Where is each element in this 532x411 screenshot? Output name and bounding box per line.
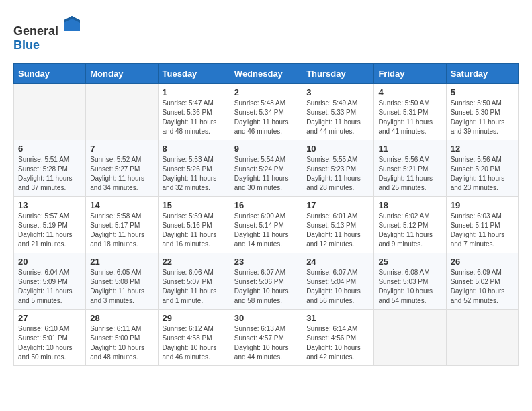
logo-blue: Blue [13, 38, 40, 52]
day-info: Sunrise: 6:14 AM Sunset: 4:56 PM Dayligh… [306, 324, 369, 362]
day-info: Sunrise: 5:50 AM Sunset: 5:31 PM Dayligh… [378, 99, 441, 136]
day-info: Sunrise: 6:01 AM Sunset: 5:13 PM Dayligh… [306, 212, 369, 249]
calendar-cell: 30Sunrise: 6:13 AM Sunset: 4:57 PM Dayli… [230, 310, 302, 366]
day-info: Sunrise: 5:47 AM Sunset: 5:36 PM Dayligh… [163, 99, 226, 136]
weekday-friday: Friday [374, 64, 446, 84]
calendar-cell: 7Sunrise: 5:52 AM Sunset: 5:27 PM Daylig… [86, 140, 158, 197]
calendar-cell: 26Sunrise: 6:09 AM Sunset: 5:02 PM Dayli… [446, 253, 518, 310]
day-number: 4 [378, 87, 441, 97]
logo-icon [61, 13, 83, 35]
day-info: Sunrise: 6:00 AM Sunset: 5:14 PM Dayligh… [234, 212, 298, 249]
day-info: Sunrise: 6:07 AM Sunset: 5:06 PM Dayligh… [234, 268, 298, 306]
day-number: 17 [306, 200, 369, 210]
calendar-cell: 20Sunrise: 6:04 AM Sunset: 5:09 PM Dayli… [14, 253, 86, 310]
calendar-cell: 15Sunrise: 5:59 AM Sunset: 5:16 PM Dayli… [158, 197, 230, 253]
day-info: Sunrise: 5:56 AM Sunset: 5:21 PM Dayligh… [378, 155, 441, 193]
day-number: 29 [163, 313, 226, 323]
calendar-cell [446, 310, 518, 366]
weekday-thursday: Thursday [302, 64, 374, 84]
day-info: Sunrise: 6:04 AM Sunset: 5:09 PM Dayligh… [18, 268, 81, 306]
day-info: Sunrise: 6:12 AM Sunset: 4:58 PM Dayligh… [163, 324, 226, 362]
day-number: 10 [306, 144, 369, 154]
day-number: 27 [18, 313, 81, 323]
weekday-sunday: Sunday [14, 64, 86, 84]
weekday-saturday: Saturday [446, 64, 518, 84]
day-number: 30 [234, 313, 298, 323]
calendar-cell: 6Sunrise: 5:51 AM Sunset: 5:28 PM Daylig… [14, 140, 86, 197]
day-info: Sunrise: 6:10 AM Sunset: 5:01 PM Dayligh… [18, 324, 81, 362]
calendar-cell [86, 84, 158, 140]
day-info: Sunrise: 6:07 AM Sunset: 5:04 PM Dayligh… [306, 268, 369, 306]
week-row-2: 6Sunrise: 5:51 AM Sunset: 5:28 PM Daylig… [14, 140, 519, 197]
day-info: Sunrise: 6:13 AM Sunset: 4:57 PM Dayligh… [234, 324, 298, 362]
day-info: Sunrise: 6:02 AM Sunset: 5:12 PM Dayligh… [378, 212, 441, 249]
calendar-cell: 16Sunrise: 6:00 AM Sunset: 5:14 PM Dayli… [230, 197, 302, 253]
calendar-cell: 28Sunrise: 6:11 AM Sunset: 5:00 PM Dayli… [86, 310, 158, 366]
day-number: 2 [234, 87, 298, 97]
calendar-cell: 5Sunrise: 5:50 AM Sunset: 5:30 PM Daylig… [446, 84, 518, 140]
day-info: Sunrise: 5:50 AM Sunset: 5:30 PM Dayligh… [451, 99, 514, 136]
day-info: Sunrise: 6:05 AM Sunset: 5:08 PM Dayligh… [90, 268, 153, 306]
day-info: Sunrise: 5:54 AM Sunset: 5:24 PM Dayligh… [234, 155, 298, 193]
calendar-cell: 18Sunrise: 6:02 AM Sunset: 5:12 PM Dayli… [374, 197, 446, 253]
day-info: Sunrise: 5:48 AM Sunset: 5:34 PM Dayligh… [234, 99, 298, 136]
day-number: 18 [378, 200, 441, 210]
logo-general: General [13, 24, 58, 38]
day-info: Sunrise: 5:59 AM Sunset: 5:16 PM Dayligh… [163, 212, 226, 249]
calendar-cell [14, 84, 86, 140]
calendar-cell: 22Sunrise: 6:06 AM Sunset: 5:07 PM Dayli… [158, 253, 230, 310]
day-number: 13 [18, 200, 81, 210]
week-row-4: 20Sunrise: 6:04 AM Sunset: 5:09 PM Dayli… [14, 253, 519, 310]
calendar-cell: 11Sunrise: 5:56 AM Sunset: 5:21 PM Dayli… [374, 140, 446, 197]
day-number: 12 [451, 144, 514, 154]
day-info: Sunrise: 6:06 AM Sunset: 5:07 PM Dayligh… [163, 268, 226, 306]
weekday-wednesday: Wednesday [230, 64, 302, 84]
day-number: 21 [90, 257, 153, 267]
calendar-cell: 1Sunrise: 5:47 AM Sunset: 5:36 PM Daylig… [158, 84, 230, 140]
day-number: 5 [451, 87, 514, 97]
day-number: 28 [90, 313, 153, 323]
day-number: 16 [234, 200, 298, 210]
weekday-tuesday: Tuesday [158, 64, 230, 84]
day-number: 9 [234, 144, 298, 154]
calendar-cell: 13Sunrise: 5:57 AM Sunset: 5:19 PM Dayli… [14, 197, 86, 253]
calendar-cell: 9Sunrise: 5:54 AM Sunset: 5:24 PM Daylig… [230, 140, 302, 197]
calendar-cell: 2Sunrise: 5:48 AM Sunset: 5:34 PM Daylig… [230, 84, 302, 140]
calendar-cell: 14Sunrise: 5:58 AM Sunset: 5:17 PM Dayli… [86, 197, 158, 253]
day-number: 26 [451, 257, 514, 267]
day-info: Sunrise: 5:53 AM Sunset: 5:26 PM Dayligh… [163, 155, 226, 193]
calendar-cell: 19Sunrise: 6:03 AM Sunset: 5:11 PM Dayli… [446, 197, 518, 253]
day-number: 14 [90, 200, 153, 210]
day-number: 7 [90, 144, 153, 154]
day-number: 25 [378, 257, 441, 267]
calendar-body: 1Sunrise: 5:47 AM Sunset: 5:36 PM Daylig… [14, 84, 519, 366]
calendar-cell: 12Sunrise: 5:56 AM Sunset: 5:20 PM Dayli… [446, 140, 518, 197]
calendar-cell: 3Sunrise: 5:49 AM Sunset: 5:33 PM Daylig… [302, 84, 374, 140]
calendar-cell: 4Sunrise: 5:50 AM Sunset: 5:31 PM Daylig… [374, 84, 446, 140]
week-row-1: 1Sunrise: 5:47 AM Sunset: 5:36 PM Daylig… [14, 84, 519, 140]
day-info: Sunrise: 6:03 AM Sunset: 5:11 PM Dayligh… [451, 212, 514, 249]
day-number: 8 [163, 144, 226, 154]
day-number: 15 [163, 200, 226, 210]
day-number: 23 [234, 257, 298, 267]
day-number: 19 [451, 200, 514, 210]
calendar-cell: 8Sunrise: 5:53 AM Sunset: 5:26 PM Daylig… [158, 140, 230, 197]
day-info: Sunrise: 5:58 AM Sunset: 5:17 PM Dayligh… [90, 212, 153, 249]
day-number: 22 [163, 257, 226, 267]
day-info: Sunrise: 5:51 AM Sunset: 5:28 PM Dayligh… [18, 155, 81, 193]
day-number: 3 [306, 87, 369, 97]
calendar-cell: 31Sunrise: 6:14 AM Sunset: 4:56 PM Dayli… [302, 310, 374, 366]
calendar-cell: 27Sunrise: 6:10 AM Sunset: 5:01 PM Dayli… [14, 310, 86, 366]
day-info: Sunrise: 6:08 AM Sunset: 5:03 PM Dayligh… [378, 268, 441, 306]
day-info: Sunrise: 5:56 AM Sunset: 5:20 PM Dayligh… [451, 155, 514, 193]
day-info: Sunrise: 6:09 AM Sunset: 5:02 PM Dayligh… [451, 268, 514, 306]
calendar-cell: 10Sunrise: 5:55 AM Sunset: 5:23 PM Dayli… [302, 140, 374, 197]
day-info: Sunrise: 5:57 AM Sunset: 5:19 PM Dayligh… [18, 212, 81, 249]
page-header: General Blue [13, 13, 519, 52]
day-number: 24 [306, 257, 369, 267]
day-number: 6 [18, 144, 81, 154]
calendar-cell: 21Sunrise: 6:05 AM Sunset: 5:08 PM Dayli… [86, 253, 158, 310]
calendar-cell: 25Sunrise: 6:08 AM Sunset: 5:03 PM Dayli… [374, 253, 446, 310]
calendar-cell [374, 310, 446, 366]
day-number: 31 [306, 313, 369, 323]
